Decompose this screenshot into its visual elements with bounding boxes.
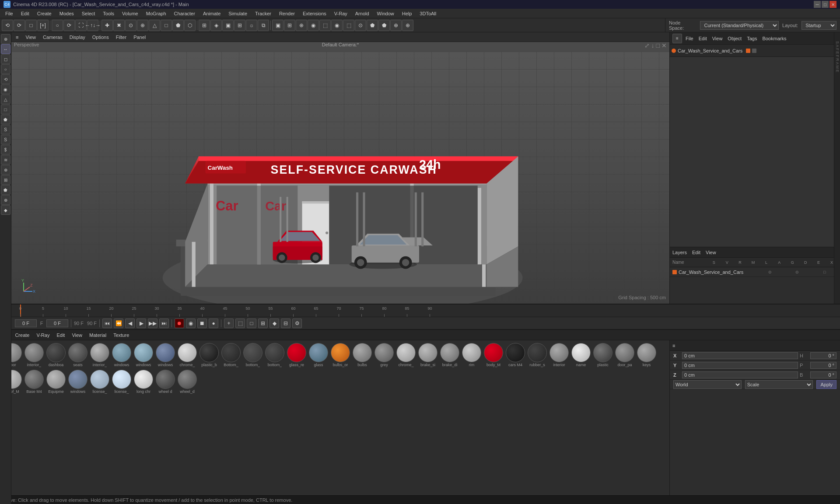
left-tool-6[interactable]: △ bbox=[1, 94, 10, 104]
left-tool-9[interactable]: S bbox=[1, 125, 10, 134]
menu-item-edit[interactable]: Edit bbox=[18, 10, 33, 17]
material-swatch-21[interactable]: rim bbox=[461, 342, 482, 368]
left-tool-0[interactable]: ⊕ bbox=[1, 34, 10, 44]
toolbar-btn-3[interactable]: [+] bbox=[37, 20, 49, 31]
material-swatch-5[interactable]: windows bbox=[111, 342, 132, 368]
material-swatch-11[interactable]: bottom_ bbox=[242, 342, 263, 368]
material-swatch-13[interactable]: glass_re bbox=[286, 342, 307, 368]
toolbar-btn-30[interactable]: ⬟ bbox=[367, 20, 378, 31]
material-swatch-14[interactable]: glass bbox=[308, 342, 329, 368]
menu-item-3dtoall[interactable]: 3DToAll bbox=[416, 10, 440, 17]
toolbar-btn-22[interactable]: ▣ bbox=[272, 20, 284, 31]
material-swatch-24[interactable]: rubber_s bbox=[527, 342, 548, 368]
toolbar-btn-10[interactable]: ⊙ bbox=[125, 20, 136, 31]
left-tool-13[interactable]: ⊕ bbox=[1, 165, 10, 175]
material-swatch-32[interactable]: Equipme bbox=[46, 369, 66, 395]
attr-hamburger[interactable]: ≡ bbox=[672, 343, 675, 348]
toolbar-btn-21[interactable]: ⧉ bbox=[258, 20, 269, 31]
material-swatch-31[interactable]: Base M4 bbox=[24, 369, 45, 395]
rp-view-menu[interactable]: View bbox=[710, 36, 724, 41]
toolbar-btn-12[interactable]: △ bbox=[149, 20, 160, 31]
material-swatch-37[interactable]: wheel d bbox=[155, 369, 176, 395]
material-swatch-1[interactable]: interior_ bbox=[24, 342, 45, 368]
menu-item-v-ray[interactable]: V-Ray bbox=[331, 10, 351, 17]
left-tool-2[interactable]: ◻ bbox=[1, 54, 10, 64]
rp-object-menu[interactable]: Object bbox=[726, 36, 743, 41]
transport-record-key[interactable]: ◉ bbox=[186, 318, 196, 328]
material-swatch-16[interactable]: bulbs bbox=[352, 342, 373, 368]
toolbar-btn-17[interactable]: ◈ bbox=[210, 20, 222, 31]
transport-prev-frame[interactable]: ◀ bbox=[125, 318, 135, 328]
toolbar-btn-24[interactable]: ⊕ bbox=[296, 20, 307, 31]
toolbar-btn-0[interactable]: ⟲ bbox=[2, 20, 13, 31]
transport-prev-key[interactable]: ⏪ bbox=[114, 318, 123, 328]
material-swatch-2[interactable]: dashboa bbox=[46, 342, 66, 368]
toolbar-btn-25[interactable]: ◉ bbox=[308, 20, 319, 31]
rp-tags-menu[interactable]: Tags bbox=[745, 36, 759, 41]
layers-edit-menu[interactable]: Edit bbox=[692, 250, 700, 255]
toolbar-btn-11[interactable]: ⊕ bbox=[137, 20, 148, 31]
toolbar-btn-26[interactable]: ⬚ bbox=[319, 20, 331, 31]
left-tool-5[interactable]: ◉ bbox=[1, 84, 10, 94]
attr-y-input[interactable] bbox=[682, 362, 798, 369]
viewport-menu-view[interactable]: View bbox=[24, 34, 38, 41]
transport-record[interactable]: ⏺ bbox=[175, 318, 184, 328]
material-swatch-38[interactable]: wheel_d bbox=[177, 369, 198, 395]
menu-item-simulate[interactable]: Simulate bbox=[225, 10, 251, 17]
toolbar-btn-9[interactable]: ✖ bbox=[113, 20, 125, 31]
menu-item-animate[interactable]: Animate bbox=[200, 10, 224, 17]
transport-extra5[interactable]: ◆ bbox=[270, 318, 279, 328]
transport-bullet[interactable]: ● bbox=[209, 318, 218, 328]
left-tool-11[interactable]: $ bbox=[1, 145, 10, 154]
menu-item-file[interactable]: File bbox=[2, 10, 17, 17]
transport-extra2[interactable]: ⬚ bbox=[235, 318, 245, 328]
viewport-menu-filter[interactable]: Filter bbox=[114, 34, 128, 41]
frame-start-input[interactable] bbox=[15, 319, 37, 327]
toolbar-btn-32[interactable]: ⊕ bbox=[390, 20, 402, 31]
material-swatch-12[interactable]: bottom_ bbox=[264, 342, 285, 368]
transport-extra1[interactable]: + bbox=[224, 318, 234, 328]
toolbar-btn-15[interactable]: ⬡ bbox=[184, 20, 196, 31]
rp-bookmarks-menu[interactable]: Bookmarks bbox=[760, 36, 788, 41]
toolbar-btn-8[interactable]: ✚ bbox=[102, 20, 113, 31]
toolbar-btn-16[interactable]: ⊞ bbox=[199, 20, 210, 31]
material-swatch-22[interactable]: body_M bbox=[483, 342, 504, 368]
bottom-create[interactable]: Create bbox=[12, 332, 32, 339]
world-select[interactable]: World bbox=[673, 380, 742, 389]
attr-z-input[interactable] bbox=[682, 371, 798, 378]
attr-b-input[interactable] bbox=[810, 371, 836, 378]
menu-item-mograph[interactable]: MoGraph bbox=[143, 10, 170, 17]
expand-icon[interactable]: ⤢ bbox=[644, 42, 650, 49]
rp-menu-icon[interactable]: ≡ bbox=[672, 34, 682, 43]
attr-h-input[interactable] bbox=[810, 352, 836, 359]
material-swatch-8[interactable]: chrome_ bbox=[177, 342, 198, 368]
material-swatch-10[interactable]: Bottom_ bbox=[220, 342, 242, 368]
left-tool-1[interactable]: ↔ bbox=[1, 44, 10, 54]
toolbar-btn-28[interactable]: ⬚ bbox=[343, 20, 354, 31]
scale-select[interactable]: Scale bbox=[745, 380, 813, 389]
left-tool-14[interactable]: ⊞ bbox=[1, 175, 10, 185]
material-swatch-28[interactable]: door_pa bbox=[614, 342, 635, 368]
left-tool-4[interactable]: ⟲ bbox=[1, 74, 10, 84]
material-swatch-19[interactable]: brake_si bbox=[417, 342, 438, 368]
material-swatch-15[interactable]: bulbs_or bbox=[330, 342, 351, 368]
transport-go-start[interactable]: ⏮ bbox=[102, 318, 112, 328]
transport-extra6[interactable]: ⊟ bbox=[281, 318, 290, 328]
left-tool-12[interactable]: ≋ bbox=[1, 155, 10, 164]
menu-item-select[interactable]: Select bbox=[78, 10, 99, 17]
attr-p-input[interactable] bbox=[810, 362, 836, 369]
material-swatch-29[interactable]: keys bbox=[636, 342, 657, 368]
left-tool-17[interactable]: ◆ bbox=[1, 205, 10, 215]
toolbar-btn-19[interactable]: ⊞ bbox=[234, 20, 245, 31]
menu-item-character[interactable]: Character bbox=[171, 10, 199, 17]
left-tool-15[interactable]: ⬟ bbox=[1, 185, 10, 195]
viewport-menu-panel[interactable]: Panel bbox=[132, 34, 147, 41]
layers-view-menu[interactable]: View bbox=[706, 250, 716, 255]
menu-item-create[interactable]: Create bbox=[34, 10, 55, 17]
bottom-vray[interactable]: V-Ray bbox=[34, 332, 52, 339]
material-swatch-36[interactable]: long chr bbox=[133, 369, 154, 395]
toolbar-btn-13[interactable]: □ bbox=[161, 20, 172, 31]
layer-item[interactable]: Car_Wash_Service_and_Cars ⊙ ⊙ □ bbox=[670, 267, 840, 277]
left-tool-16[interactable]: ⊕ bbox=[1, 195, 10, 205]
toolbar-btn-29[interactable]: ⊙ bbox=[355, 20, 366, 31]
